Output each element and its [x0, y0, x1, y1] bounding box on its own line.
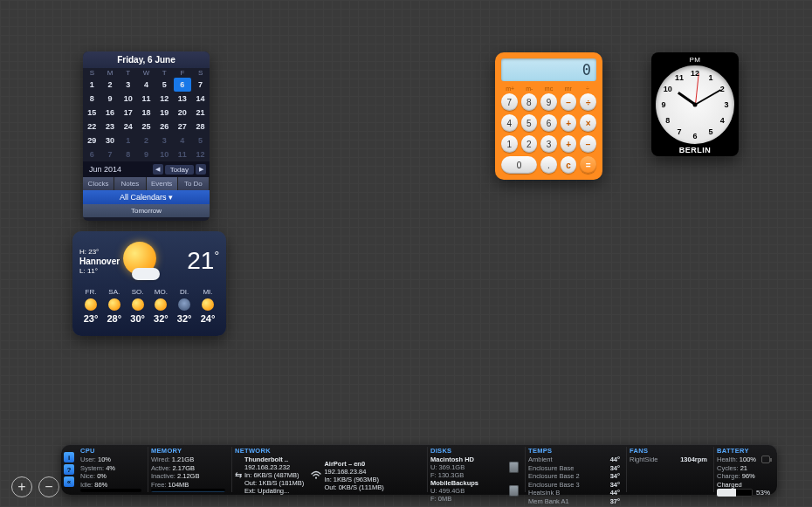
calendar-day[interactable]: 1	[83, 78, 101, 92]
calc-key-6[interactable]: 6	[540, 114, 557, 132]
weather-current-temp: 21°	[187, 247, 219, 275]
dashboard-remove-button[interactable]: −	[38, 476, 59, 497]
calendar-day[interactable]: 9	[101, 92, 120, 106]
calc-key-1[interactable]: 1	[501, 135, 518, 153]
calendar-day[interactable]: 16	[101, 106, 120, 120]
calc-key-2[interactable]: 2	[521, 135, 538, 153]
calendar-day[interactable]: 27	[174, 120, 192, 134]
calendar-tab-events[interactable]: Events	[147, 177, 178, 190]
istat-widget[interactable]: i ? « CPU User: 10%System: 4%Nice: 0%Idl…	[61, 444, 777, 495]
calendar-day[interactable]: 20	[174, 106, 192, 120]
calendar-tab-notes[interactable]: Notes	[114, 177, 146, 190]
calendar-all-calendars[interactable]: All Calendars ▾	[83, 190, 210, 204]
calendar-day[interactable]: 1	[119, 134, 137, 147]
calendar-day[interactable]: 3	[155, 134, 174, 147]
dashboard-add-button[interactable]: +	[11, 476, 32, 497]
weather-location: H: 23° Hannover L: 11°	[79, 247, 120, 276]
calendar-day[interactable]: 2	[137, 134, 155, 147]
calc-mem-mc[interactable]: mc	[540, 86, 557, 92]
network-interface-airport: AirPort – en0 192.168.23.84 In: 1KB/S (9…	[311, 456, 383, 495]
istat-network-section: Network ⇆ Thunderbolt .. 192.168.23.232 …	[231, 447, 423, 492]
calendar-day[interactable]: 30	[101, 134, 120, 147]
calendar-day[interactable]: 3	[119, 78, 137, 92]
calculator-widget[interactable]: 0 m+m-mcmr÷ 789−÷456+×123+−0.c=	[495, 52, 602, 180]
calendar-day[interactable]: 6	[174, 78, 192, 92]
calendar-day[interactable]: 5	[191, 134, 210, 147]
svg-rect-0	[151, 491, 225, 492]
calendar-day[interactable]: 7	[101, 147, 120, 161]
weather-forecast: FR.23°SA.28°SO.30°MO.32°DI.32°MI.24°	[79, 288, 219, 324]
calendar-day[interactable]: 4	[137, 78, 155, 92]
calendar-widget[interactable]: Friday, 6 June SMTWTFS 12345678910111213…	[83, 51, 210, 221]
calendar-day[interactable]: 8	[119, 147, 137, 161]
second-hand	[695, 73, 699, 105]
calendar-day[interactable]: 7	[191, 78, 210, 92]
calendar-day[interactable]: 14	[191, 92, 210, 106]
calendar-next-button[interactable]: ▶	[196, 164, 206, 175]
calculator-keypad: 789−÷456+×123+−0.c=	[501, 93, 596, 174]
calendar-day[interactable]: 29	[83, 134, 101, 147]
calc-key-+[interactable]: +	[561, 114, 577, 132]
calendar-day[interactable]: 23	[101, 120, 120, 134]
calendar-day[interactable]: 18	[137, 106, 155, 120]
istat-side-buttons: i ? «	[64, 447, 74, 492]
calendar-day[interactable]: 11	[137, 92, 155, 106]
calendar-tab-clocks[interactable]: Clocks	[83, 177, 114, 190]
world-clock-widget[interactable]: PM 121234567891011 BERLIN	[651, 52, 739, 156]
calendar-day[interactable]: 25	[137, 120, 155, 134]
calendar-day[interactable]: 28	[191, 120, 210, 134]
istat-battery-section: Battery Health: 100%Cycles: 21Charge: 96…	[713, 447, 773, 492]
calendar-day[interactable]: 13	[174, 92, 192, 106]
calc-key-9[interactable]: 9	[540, 93, 557, 111]
calendar-prev-button[interactable]: ◀	[153, 164, 163, 175]
wifi-icon	[311, 470, 321, 480]
calendar-today-button[interactable]: Today	[165, 165, 194, 175]
calendar-day[interactable]: 12	[155, 92, 174, 106]
calc-key-4[interactable]: 4	[501, 114, 518, 132]
calendar-day[interactable]: 12	[191, 147, 210, 161]
calendar-day[interactable]: 22	[83, 120, 101, 134]
calc-key-5[interactable]: 5	[521, 114, 538, 132]
memory-graph	[151, 489, 225, 492]
calendar-day[interactable]: 26	[155, 120, 174, 134]
calc-key-7[interactable]: 7	[501, 93, 518, 111]
calendar-day[interactable]: 2	[101, 78, 120, 92]
calc-key-0[interactable]: 0	[501, 156, 537, 174]
calc-mem-÷[interactable]: ÷	[579, 86, 596, 92]
calendar-day[interactable]: 10	[119, 92, 137, 106]
calendar-day[interactable]: 6	[83, 147, 101, 161]
calc-key-8[interactable]: 8	[521, 93, 538, 111]
calendar-day[interactable]: 24	[119, 120, 137, 134]
calc-key-−[interactable]: −	[580, 135, 596, 153]
calc-key-×[interactable]: ×	[580, 114, 596, 132]
calendar-day[interactable]: 10	[155, 147, 174, 161]
calc-key-c[interactable]: c	[561, 156, 577, 174]
minute-hand	[695, 89, 721, 106]
calendar-day[interactable]: 8	[83, 92, 101, 106]
calc-key-−[interactable]: −	[561, 93, 577, 111]
istat-info-button[interactable]: i	[64, 452, 74, 462]
calendar-day[interactable]: 9	[137, 147, 155, 161]
calc-key-÷[interactable]: ÷	[580, 93, 596, 111]
calc-key-=[interactable]: =	[580, 156, 596, 174]
calendar-day[interactable]: 19	[155, 106, 174, 120]
calc-key-.[interactable]: .	[540, 156, 557, 174]
calc-mem-m-[interactable]: m-	[520, 86, 538, 92]
calendar-day[interactable]: 5	[155, 78, 174, 92]
calendar-day[interactable]: 15	[83, 106, 101, 120]
calendar-day[interactable]: 17	[119, 106, 137, 120]
istat-collapse-button[interactable]: «	[64, 476, 74, 487]
calendar-day[interactable]: 4	[174, 134, 192, 147]
calendar-day[interactable]: 21	[191, 106, 210, 120]
weather-widget[interactable]: H: 23° Hannover L: 11° 21° FR.23°SA.28°S…	[72, 231, 226, 336]
calc-key-3[interactable]: 3	[540, 135, 557, 153]
calendar-tab-to-do[interactable]: To Do	[178, 177, 210, 190]
calculator-display: 0	[501, 58, 596, 81]
disk-item: Macintosh HDU: 369.1GBF: 130.3GB	[430, 456, 519, 479]
calc-mem-m+[interactable]: m+	[501, 86, 519, 92]
calc-key-+[interactable]: +	[561, 135, 577, 153]
calc-mem-mr[interactable]: mr	[560, 86, 577, 92]
calendar-day[interactable]: 11	[174, 147, 192, 161]
istat-help-button[interactable]: ?	[64, 464, 74, 475]
clock-ampm: PM	[655, 56, 735, 64]
